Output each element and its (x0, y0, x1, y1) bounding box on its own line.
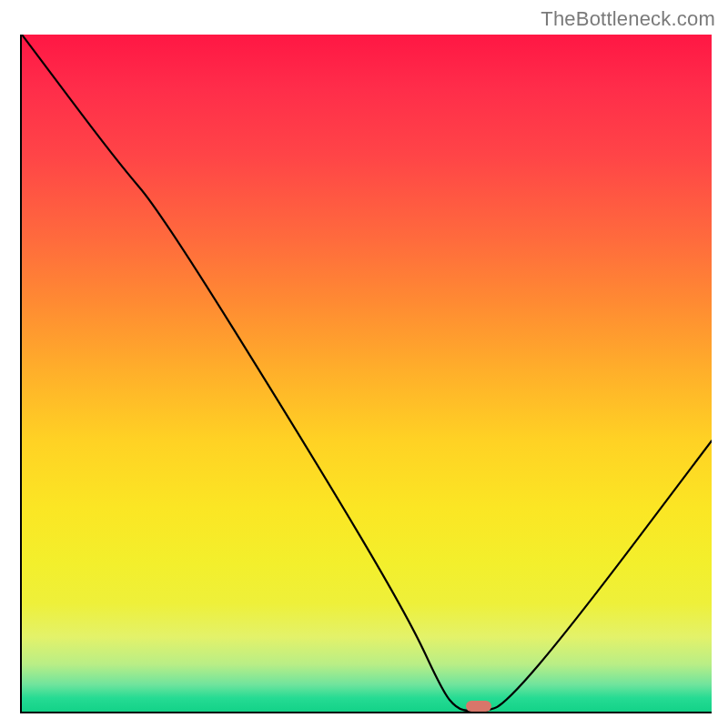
curve-path (22, 35, 712, 712)
plot-area (20, 35, 712, 713)
watermark-text: TheBottleneck.com (541, 7, 715, 31)
bottleneck-chart: TheBottleneck.com (0, 0, 728, 728)
optimal-marker (466, 701, 491, 712)
performance-curve (22, 35, 712, 712)
